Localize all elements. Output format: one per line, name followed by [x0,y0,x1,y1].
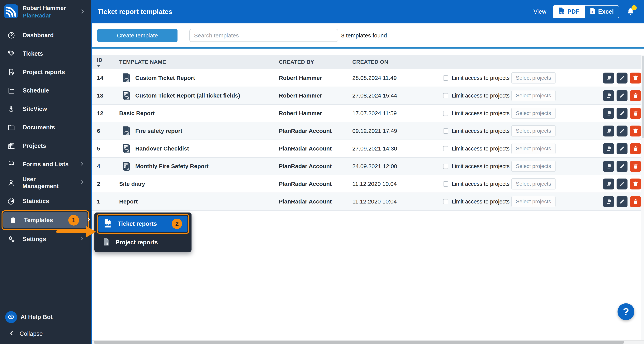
table-row: 12 Basic Report Robert Hammer 17.07.2024… [92,104,644,122]
dashboard-icon [7,31,16,40]
search-templates-input[interactable] [190,29,338,42]
table-body: 14 Custom Ticket Report Robert Hammer 28… [92,69,644,344]
sidebar-item-dashboard[interactable]: Dashboard [0,26,91,44]
sidebar-item-tickets[interactable]: Tickets [0,44,91,63]
table-row: 5 Handover Checklist PlanRadar Account 2… [92,140,644,158]
template-name: Monthly Fire Safety Report [135,163,208,170]
delete-button[interactable] [630,126,641,136]
select-projects-button[interactable]: Select projects [512,72,556,84]
select-projects-button[interactable]: Select projects [512,90,556,101]
edit-button[interactable] [616,108,628,119]
column-header-id[interactable]: ID [92,55,119,69]
limit-access-checkbox[interactable] [443,199,448,204]
sidebar-item-project-reports[interactable]: Project reports [0,63,91,82]
sidebar-item-schedule[interactable]: Schedule [0,82,91,100]
limit-access-checkbox[interactable] [443,128,448,134]
created-on: 11.12.2020 10:04 [352,198,443,205]
sidebar-item-documents[interactable]: Documents [0,118,91,137]
created-by: Robert Hammer [279,110,352,116]
vertical-scrollbar-thumb[interactable] [642,56,644,138]
planradar-logo [4,4,18,19]
account-name: PlanRadar [23,12,66,19]
edit-button[interactable] [616,178,628,190]
duplicate-icon [606,181,612,187]
duplicate-button[interactable] [603,126,614,136]
limit-access-label: Limit access to projects [452,75,510,81]
delete-button[interactable] [630,90,641,101]
limit-access-checkbox[interactable] [443,76,448,80]
pencil-icon [619,146,625,152]
select-projects-button[interactable]: Select projects [512,196,556,207]
ai-help-bot-button[interactable]: AI Help Bot [0,308,91,326]
delete-button[interactable] [630,178,641,190]
pdf-view-button[interactable]: PDF PDF [553,6,584,18]
duplicate-button[interactable] [603,178,614,190]
user-icon [7,178,16,187]
limit-access-checkbox[interactable] [443,146,448,151]
duplicate-button[interactable] [603,90,614,101]
sidebar-item-projects[interactable]: Projects [0,137,91,155]
notifications-button[interactable] [626,7,636,17]
delete-button[interactable] [630,72,641,84]
submenu-item-label: Ticket reports [118,220,157,227]
account-switcher[interactable]: Robert Hammer PlanRadar [0,0,91,24]
limit-access-checkbox[interactable] [443,164,448,169]
limit-access-label: Limit access to projects [452,163,510,170]
edit-button[interactable] [616,143,628,154]
edit-button[interactable] [616,161,628,172]
delete-button[interactable] [630,108,641,119]
edit-button[interactable] [616,72,628,84]
duplicate-button[interactable] [603,108,614,119]
created-by: Robert Hammer [279,75,352,81]
sidebar-item-templates[interactable]: Templates 1 [3,212,88,228]
vertical-scrollbar[interactable] [641,55,644,340]
report-template-icon [122,91,130,100]
horizontal-scrollbar[interactable] [92,340,644,344]
column-header-created-by[interactable]: CREATED BY [279,59,352,65]
select-projects-button[interactable]: Select projects [512,125,556,136]
select-projects-button[interactable]: Select projects [512,161,556,172]
horizontal-scrollbar-thumb[interactable] [94,341,624,344]
edit-button[interactable] [616,196,628,207]
excel-view-button[interactable]: x Excel [584,6,619,18]
table-row: 2 Site diary PlanRadar Account 11.12.202… [92,175,644,193]
created-on: 24.09.2021 12:00 [352,163,443,170]
delete-button[interactable] [630,161,641,172]
step-badge-2: 2 [172,219,182,229]
help-button[interactable]: ? [618,303,634,320]
sidebar-item-statistics[interactable]: Statistics [0,192,91,210]
column-header-name[interactable]: TEMPLATE NAME [119,59,279,65]
gantt-icon [7,86,16,95]
created-on: 27.08.2024 15:44 [352,92,443,99]
row-id: 13 [92,92,119,99]
duplicate-button[interactable] [603,196,614,207]
delete-button[interactable] [630,143,641,154]
step-badge-1: 1 [68,215,79,226]
template-name: Fire safety report [135,128,182,134]
select-projects-button[interactable]: Select projects [512,143,556,154]
select-projects-button[interactable]: Select projects [512,108,556,119]
select-projects-button[interactable]: Select projects [512,178,556,190]
gears-icon [7,235,16,244]
sidebar-item-user-management[interactable]: User Management [0,174,91,192]
edit-button[interactable] [616,90,628,101]
duplicate-button[interactable] [603,143,614,154]
duplicate-button[interactable] [603,72,614,84]
delete-button[interactable] [630,196,641,207]
edit-button[interactable] [616,126,628,136]
submenu-item-ticket-reports[interactable]: PDF Ticket reports 2 [98,216,188,232]
submenu-item-project-reports[interactable]: Project reports [97,234,189,250]
create-template-button[interactable]: Create template [97,29,178,42]
sidebar-item-forms-and-lists[interactable]: Forms and Lists [0,155,91,174]
template-name: Basic Report [119,110,155,116]
column-header-created-on[interactable]: CREATED ON [352,59,443,65]
duplicate-button[interactable] [603,161,614,172]
sidebar-item-siteview[interactable]: SiteView [0,100,91,118]
limit-access-checkbox[interactable] [443,111,448,116]
excel-file-icon: x [590,8,596,16]
limit-access-checkbox[interactable] [443,93,448,98]
limit-access-checkbox[interactable] [443,182,448,186]
collapse-button[interactable]: Collapse [0,326,91,341]
annotation-arrow-head [86,226,96,238]
created-by: PlanRadar Account [279,128,352,134]
